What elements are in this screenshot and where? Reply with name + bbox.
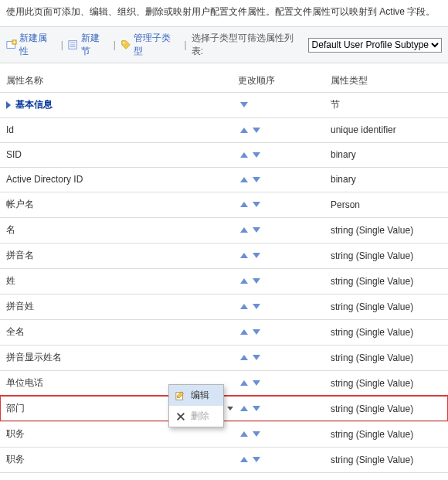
context-menu-delete[interactable]: 删除 xyxy=(169,406,223,427)
move-up-button[interactable] xyxy=(238,355,250,360)
arrow-down-icon xyxy=(253,278,260,284)
property-name: SID xyxy=(6,149,238,160)
move-up-button[interactable] xyxy=(238,329,250,335)
property-row[interactable]: 经理Person xyxy=(0,472,448,480)
property-row[interactable]: 职务string (Single Value) xyxy=(0,447,448,472)
property-row[interactable]: 拼音显示姓名string (Single Value) xyxy=(0,345,448,370)
arrow-down-icon xyxy=(253,329,260,335)
move-up-button[interactable] xyxy=(238,128,250,133)
move-up-button[interactable] xyxy=(238,202,250,207)
separator: | xyxy=(112,39,117,50)
arrow-up-icon xyxy=(240,380,248,386)
property-row[interactable]: 部门string (Single Value) xyxy=(0,396,448,421)
order-controls xyxy=(238,431,331,437)
delete-icon xyxy=(175,411,186,422)
property-row[interactable]: 帐户名Person xyxy=(0,192,448,217)
order-controls xyxy=(238,278,331,284)
context-menu-delete-label: 删除 xyxy=(191,410,209,423)
header-type: 属性类型 xyxy=(331,74,442,87)
arrow-down-icon xyxy=(253,177,260,182)
row-menu-caret-icon[interactable] xyxy=(227,407,233,410)
filter-label: 选择子类型可筛选属性列表: xyxy=(192,32,305,58)
property-row[interactable]: 姓string (Single Value) xyxy=(0,268,448,294)
move-down-button[interactable] xyxy=(250,177,263,182)
arrow-down-icon xyxy=(253,431,260,437)
property-name: 姓 xyxy=(6,274,238,288)
property-row[interactable]: 名string (Single Value) xyxy=(0,217,448,243)
order-controls xyxy=(238,380,331,386)
property-row[interactable]: 拼音名string (Single Value) xyxy=(0,243,448,268)
separator: | xyxy=(59,39,65,50)
property-type: unique identifier xyxy=(331,124,442,135)
arrow-down-icon xyxy=(253,406,260,411)
move-down-button[interactable] xyxy=(250,202,263,207)
move-up-button[interactable] xyxy=(238,457,250,462)
subtype-filter-select[interactable]: Default User Profile Subtype xyxy=(308,38,442,53)
move-up-button[interactable] xyxy=(238,431,250,437)
arrow-down-icon xyxy=(253,253,260,258)
context-menu-edit[interactable]: 编辑 xyxy=(169,385,223,406)
new-section-icon xyxy=(68,39,79,50)
column-headers: 属性名称 更改顺序 属性类型 xyxy=(0,63,448,92)
property-row[interactable]: 单位电话string (Single Value) xyxy=(0,370,448,396)
arrow-up-icon xyxy=(240,152,248,158)
property-type: string (Single Value) xyxy=(331,276,442,287)
move-up-button[interactable] xyxy=(238,380,250,386)
new-property-link[interactable]: 新建属性 xyxy=(6,32,56,58)
order-controls xyxy=(238,457,331,462)
order-controls xyxy=(238,128,331,133)
property-type: string (Single Value) xyxy=(331,352,442,363)
arrow-up-icon xyxy=(240,278,248,284)
arrow-up-icon xyxy=(240,329,248,335)
move-up-button[interactable] xyxy=(238,406,250,411)
move-down-button[interactable] xyxy=(250,406,263,411)
arrow-up-icon xyxy=(240,227,248,233)
move-up-button[interactable] xyxy=(238,253,250,258)
move-up-button[interactable] xyxy=(238,304,250,309)
property-row[interactable]: Idunique identifier xyxy=(0,117,448,142)
arrow-down-icon xyxy=(253,227,260,233)
property-row[interactable]: 职务string (Single Value) xyxy=(0,421,448,447)
property-row[interactable]: SIDbinary xyxy=(0,142,448,167)
section-row[interactable]: 基本信息节 xyxy=(0,92,448,117)
move-down-button[interactable] xyxy=(250,457,263,462)
new-section-label: 新建节 xyxy=(81,32,109,58)
svg-point-6 xyxy=(123,42,124,43)
property-row[interactable]: 拼音姓string (Single Value) xyxy=(0,294,448,319)
separator: | xyxy=(183,39,188,50)
move-down-button[interactable] xyxy=(250,304,263,309)
move-down-button[interactable] xyxy=(250,355,263,360)
property-type: string (Single Value) xyxy=(331,250,442,261)
property-row[interactable]: 全名string (Single Value) xyxy=(0,319,448,345)
move-down-button[interactable] xyxy=(250,278,263,284)
property-type: Person xyxy=(331,199,442,210)
move-up-button[interactable] xyxy=(238,227,250,233)
move-down-button[interactable] xyxy=(250,227,263,233)
section-label: 基本信息 xyxy=(6,98,238,111)
move-up-button[interactable] xyxy=(238,152,250,158)
order-controls xyxy=(238,227,331,233)
order-controls xyxy=(238,329,331,335)
move-down-button[interactable] xyxy=(250,329,263,335)
order-controls xyxy=(238,102,331,107)
move-up-button[interactable] xyxy=(238,177,250,182)
move-down-button[interactable] xyxy=(250,128,263,133)
property-name: 帐户名 xyxy=(6,198,238,211)
property-name: Active Directory ID xyxy=(6,174,238,185)
move-down-button[interactable] xyxy=(250,380,263,386)
move-down-button[interactable] xyxy=(238,102,250,107)
property-row[interactable]: Active Directory IDbinary xyxy=(0,167,448,192)
manage-subtypes-link[interactable]: 管理子类型 xyxy=(120,32,180,58)
move-down-button[interactable] xyxy=(250,152,263,158)
arrow-down-icon xyxy=(253,304,260,309)
move-down-button[interactable] xyxy=(250,431,263,437)
move-up-button[interactable] xyxy=(238,278,250,284)
move-down-button[interactable] xyxy=(250,253,263,258)
property-name: 全名 xyxy=(6,325,238,339)
property-name: 名 xyxy=(6,223,238,237)
header-order: 更改顺序 xyxy=(238,74,331,87)
new-section-link[interactable]: 新建节 xyxy=(68,32,109,58)
header-name: 属性名称 xyxy=(6,74,238,87)
property-name: 拼音姓 xyxy=(6,300,238,313)
property-type: string (Single Value) xyxy=(331,403,442,414)
